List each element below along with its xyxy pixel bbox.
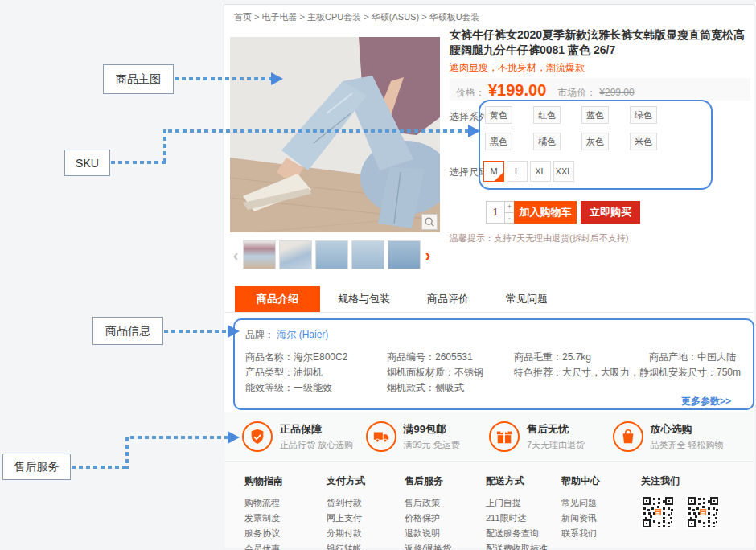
service-guarantees: 正品保障 正品行货 放心选购 满99包邮 满99元 免运费 售后无忧 7天无理由… xyxy=(224,412,754,461)
footer-heading: 关注我们 xyxy=(641,474,731,488)
size-option[interactable]: L xyxy=(507,161,528,182)
color-options: 黄色 红色 蓝色 绿色 黑色 橘色 灰色 米色 xyxy=(485,106,707,159)
footer-link[interactable]: 配送服务查询 xyxy=(486,526,548,541)
service-item: 放心选购 品类齐全 轻松购物 xyxy=(613,421,737,452)
more-params-link[interactable]: 更多参数>> xyxy=(681,395,731,408)
product-page-panel: 首页 > 电子电器 > 主板CPU套装 > 华硕(ASUS) > 华硕板U套装 xyxy=(224,4,754,548)
quantity-increase-button[interactable]: + xyxy=(505,202,514,212)
service-title: 售后无忧 xyxy=(527,422,585,437)
buy-now-button[interactable]: 立即购买 xyxy=(581,201,640,224)
tab-product-intro[interactable]: 商品介绍 xyxy=(235,286,320,312)
info-field: 商品名称：海尔E800C2 xyxy=(245,351,387,366)
size-options: M L XL XXL xyxy=(483,161,577,182)
thumbnail-1[interactable] xyxy=(243,240,276,269)
qr-code-icon xyxy=(686,495,720,529)
arrow-right-icon xyxy=(228,431,240,444)
site-footer: 购物指南 购物流程 发票制度 服务协议 会员优惠 支付方式 货到付款 网上支付 … xyxy=(224,461,754,548)
info-field: 烟机面板材质：不锈钢 xyxy=(387,366,514,381)
promo-text: 遮肉显瘦，不挑身材，潮流爆款 xyxy=(450,61,585,75)
size-option-selected[interactable]: M xyxy=(483,161,504,182)
footer-link[interactable]: 配送费收取标准 xyxy=(486,541,548,550)
footer-link[interactable]: 货到付款 xyxy=(327,495,365,511)
info-field: 烟机安装尺寸：750mm±50mm (烟... xyxy=(649,366,741,381)
service-item: 满99包邮 满99元 免运费 xyxy=(366,421,490,452)
footer-link[interactable]: 发票制度 xyxy=(244,511,283,526)
size-option[interactable]: XXL xyxy=(553,161,574,182)
tab-spec-package[interactable]: 规格与包装 xyxy=(328,286,400,312)
product-title: 女裤牛仔裤女2020夏季新款泫雅长裤女韩版显瘦直筒宽松高腰阔腿九分牛仔裤0081… xyxy=(450,27,750,58)
info-field: 商品编号：2605531 xyxy=(387,351,514,366)
footer-heading: 售后服务 xyxy=(405,474,451,488)
service-item: 售后无忧 7天无理由退货 xyxy=(489,421,613,452)
footer-link[interactable]: 网上支付 xyxy=(327,511,365,526)
footer-link[interactable]: 售后政策 xyxy=(405,495,451,511)
color-option[interactable]: 绿色 xyxy=(630,106,657,124)
footer-link[interactable]: 分期付款 xyxy=(327,526,365,541)
magnifier-icon[interactable] xyxy=(421,214,438,230)
service-title: 正品保障 xyxy=(280,422,353,437)
annotation-line xyxy=(175,77,271,80)
footer-link[interactable]: 联系我们 xyxy=(561,526,600,541)
annotation-sku: SKU xyxy=(64,150,110,176)
market-price-label: 市场价： xyxy=(557,86,596,100)
thumb-prev-icon[interactable]: ‹ xyxy=(230,241,241,269)
tab-faq[interactable]: 常见问题 xyxy=(496,286,557,312)
footer-link[interactable]: 价格保护 xyxy=(405,511,451,526)
quantity-decrease-button[interactable]: - xyxy=(505,212,514,224)
service-title: 放心选购 xyxy=(651,422,724,437)
breadcrumb[interactable]: 首页 > 电子电器 > 主板CPU套装 > 华硕(ASUS) > 华硕板U套装 xyxy=(234,11,480,23)
footer-link[interactable]: 新闻资讯 xyxy=(561,511,600,526)
footer-link[interactable]: 服务协议 xyxy=(244,526,283,541)
service-desc: 7天无理由退货 xyxy=(527,439,585,451)
color-option[interactable]: 蓝色 xyxy=(581,106,609,124)
price-row: 价格： ¥199.00 市场价： ¥299.00 xyxy=(450,78,750,101)
return-policy-tip: 温馨提示：支持7天无理由退货(拆封后不支持) xyxy=(450,232,628,244)
color-option[interactable]: 红色 xyxy=(533,106,561,124)
annotation-line xyxy=(163,129,166,162)
thumbnail-4[interactable] xyxy=(351,240,384,269)
thumbnail-5[interactable] xyxy=(388,240,421,269)
qr-code-icon xyxy=(641,495,675,529)
footer-link[interactable]: 211限时达 xyxy=(486,511,548,526)
detail-tabbar: 商品介绍 规格与包装 商品评价 常见问题 xyxy=(224,286,754,313)
quantity-value[interactable]: 1 xyxy=(487,202,504,223)
footer-heading: 配送方式 xyxy=(486,474,548,488)
footer-link[interactable]: 上门自提 xyxy=(486,495,548,511)
thumbnail-3[interactable] xyxy=(315,240,348,269)
thumbnail-2[interactable] xyxy=(279,240,312,269)
color-option[interactable]: 橘色 xyxy=(533,133,561,150)
size-option[interactable]: XL xyxy=(530,161,551,182)
service-desc: 满99元 免运费 xyxy=(404,439,460,451)
annotation-line xyxy=(164,330,228,333)
thumbnail-strip: ‹ › xyxy=(230,239,440,271)
footer-link[interactable]: 购物流程 xyxy=(244,495,283,511)
truck-icon xyxy=(366,421,396,452)
footer-link[interactable]: 常见问题 xyxy=(561,495,600,511)
add-to-cart-button[interactable]: 加入购物车 xyxy=(514,201,577,224)
product-main-image[interactable] xyxy=(230,37,440,232)
annotation-after-sale: 售后服务 xyxy=(2,454,71,480)
tab-reviews[interactable]: 商品评价 xyxy=(417,286,479,312)
footer-heading: 帮助中心 xyxy=(561,474,600,488)
thumb-next-icon[interactable]: › xyxy=(422,241,433,269)
arrow-right-icon xyxy=(468,125,480,138)
color-option[interactable]: 米色 xyxy=(630,133,657,150)
service-title: 满99包邮 xyxy=(404,422,460,437)
footer-link[interactable]: 退款说明 xyxy=(405,526,451,541)
annotation-product-info: 商品信息 xyxy=(92,317,163,345)
arrow-right-icon xyxy=(228,325,240,338)
footer-link[interactable]: 返修/退换货 xyxy=(405,541,451,550)
gift-box-icon xyxy=(489,421,520,452)
brand-link[interactable]: 海尔 (Haier) xyxy=(277,329,328,340)
footer-col-payment: 支付方式 货到付款 网上支付 分期付款 银行转帐 xyxy=(327,474,365,550)
color-option[interactable]: 黑色 xyxy=(485,133,512,150)
quantity-stepper[interactable]: 1 + - xyxy=(486,201,515,224)
annotation-line xyxy=(72,466,128,469)
footer-link[interactable]: 银行转帐 xyxy=(327,541,365,550)
color-option[interactable]: 黄色 xyxy=(485,106,512,124)
footer-col-follow-us: 关注我们 xyxy=(641,474,731,529)
service-item: 正品保障 正品行货 放心选购 xyxy=(242,421,366,452)
price-value: ¥199.00 xyxy=(488,81,546,100)
color-option[interactable]: 灰色 xyxy=(581,133,609,150)
footer-link[interactable]: 会员优惠 xyxy=(244,541,283,550)
